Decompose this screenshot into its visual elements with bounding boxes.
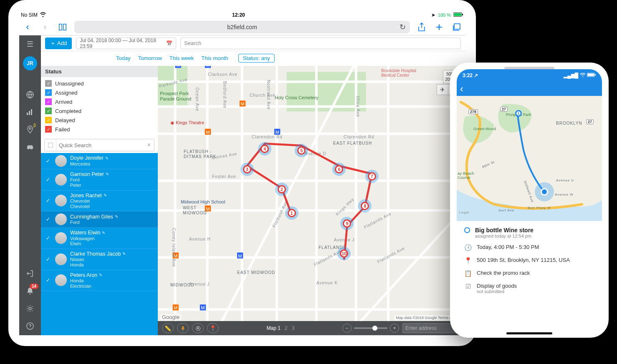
status-row[interactable]: ✓Assigned	[45, 88, 154, 97]
status-checkbox[interactable]: ✓	[45, 108, 52, 114]
edit-icon[interactable]: ✎	[102, 231, 105, 236]
waypoint[interactable]: 10	[337, 247, 351, 260]
phone-back-button[interactable]: ‹	[460, 83, 463, 95]
waypoint[interactable]: 3	[240, 163, 254, 176]
date-range[interactable]: Jul 04, 2018 00:00 — Jul 04, 2018 23:59 …	[76, 38, 176, 49]
ruler-icon[interactable]: 📏	[162, 323, 174, 333]
forward-button[interactable]: ›	[39, 21, 51, 33]
phone-status-bar: 3:22 ↗ ▂▄▆█	[457, 69, 602, 82]
quick-search-input[interactable]	[56, 139, 144, 151]
status-label: Failed	[55, 126, 70, 133]
waypoint[interactable]: 7	[365, 170, 379, 183]
edit-icon[interactable]: ✎	[104, 193, 107, 198]
waypoint[interactable]: 8	[358, 199, 372, 213]
employee-checkbox[interactable]: ✓	[44, 177, 52, 183]
phone-home-indicator[interactable]	[506, 332, 552, 334]
employee-list[interactable]: ✓ Doyle Jennifer ✎ Mercedes ✓ Garrison P…	[41, 153, 158, 335]
edit-icon[interactable]: ✎	[99, 273, 102, 278]
employee-checkbox[interactable]: ✓	[44, 216, 52, 222]
status-checkbox[interactable]: ✓	[45, 126, 52, 133]
status-row[interactable]: ✓Delayed	[45, 115, 154, 125]
share-button[interactable]	[416, 21, 427, 33]
employee-checkbox[interactable]: ✓	[44, 256, 52, 262]
employee-row[interactable]: ✓ Garrison Peter ✎ Ford Peter	[41, 169, 158, 191]
zoom-out[interactable]: −	[342, 324, 351, 333]
waypoint[interactable]: 6	[332, 163, 346, 176]
svg-rect-3	[454, 24, 460, 29]
svg-rect-2	[462, 14, 463, 15]
map-page-1[interactable]: Map 1	[267, 325, 281, 331]
new-tab-button[interactable]: +	[433, 21, 445, 33]
nav-arrow-toggle[interactable]: ✈	[437, 84, 448, 95]
user-avatar[interactable]: JR	[23, 56, 37, 70]
employee-row[interactable]: ✓ Clarke Thomas Jacob ✎ Nissan Honda	[41, 249, 158, 270]
vehicle-icon[interactable]	[25, 142, 35, 152]
map-page-3[interactable]: 3	[292, 325, 295, 331]
status-checkbox[interactable]: ✓	[45, 98, 52, 105]
employee-row[interactable]: ✓ Waters Elwin ✎ Volkswagen Elwin	[41, 228, 158, 249]
back-button[interactable]: ‹	[22, 21, 33, 33]
employee-row[interactable]: ✓ Jones Rachel ✎ Chevrolet Chevrolet	[41, 191, 158, 212]
waypoint[interactable]: 1	[285, 206, 298, 220]
employee-row[interactable]: ✓ Peters Aron ✎ Honda Electrician	[41, 270, 158, 291]
waypoint[interactable]: 9	[340, 217, 354, 230]
notifications-icon[interactable]: 14	[25, 286, 35, 296]
employee-checkbox[interactable]: ✓	[44, 277, 52, 283]
map-area[interactable]: M M M M M M M M M M	[158, 66, 465, 335]
employee-vehicle: Honda	[70, 278, 102, 284]
map-page-2[interactable]: 2	[285, 325, 288, 331]
logout-icon[interactable]	[25, 269, 35, 279]
filter-today[interactable]: Today	[116, 55, 131, 61]
clear-search-icon[interactable]: ×	[144, 141, 154, 149]
edit-icon[interactable]: ✎	[115, 214, 118, 219]
filter-status[interactable]: Status: any	[238, 54, 275, 63]
svg-point-8	[29, 128, 31, 129]
settings-icon[interactable]	[25, 304, 35, 314]
tabs-button[interactable]	[451, 21, 463, 33]
svg-rect-5	[27, 113, 28, 115]
calendar-icon: 📅	[166, 40, 172, 46]
filter-tomorrow[interactable]: Tomorrow	[138, 55, 162, 61]
status-row[interactable]: ✓Failed	[45, 125, 154, 134]
employee-checkbox[interactable]: ✓	[44, 158, 52, 164]
search-input[interactable]: Search	[180, 38, 461, 49]
help-icon[interactable]	[25, 321, 35, 331]
globe-icon[interactable]	[25, 90, 35, 100]
share-map-icon[interactable]: ⦿	[192, 323, 204, 333]
bookmarks-button[interactable]	[57, 21, 68, 33]
employee-checkbox[interactable]: ✓	[44, 235, 52, 241]
svg-rect-51	[587, 74, 594, 76]
add-button[interactable]: ＋Add	[45, 38, 72, 49]
waypoint[interactable]: 2	[275, 183, 288, 196]
edit-icon[interactable]: ✎	[122, 251, 126, 256]
employee-checkbox[interactable]: ✓	[44, 198, 52, 203]
task-note: Check the promo rack	[477, 270, 530, 276]
menu-icon[interactable]: ☰	[27, 40, 33, 49]
status-row[interactable]: ✓Completed	[45, 106, 154, 115]
clock-icon: 🕓	[464, 244, 472, 251]
streetview-icon[interactable]: 🧍	[177, 323, 189, 333]
phone-map[interactable]: 278 27 27 BROOKLYN Green-Wood Prospect P…	[457, 96, 602, 221]
edit-icon[interactable]: ✎	[106, 172, 109, 177]
status-row[interactable]: ✓Unassigned	[45, 79, 154, 88]
waypoint[interactable]: 5	[295, 144, 308, 157]
filter-this-week[interactable]: This week	[169, 55, 194, 61]
employee-row[interactable]: ✓ Cunningham Giles ✎ Ford	[41, 211, 158, 228]
reports-icon[interactable]	[25, 107, 35, 117]
waypoint[interactable]: 4	[258, 142, 271, 156]
zoom-slider[interactable]	[354, 327, 387, 329]
status-checkbox[interactable]: ✓	[45, 117, 52, 123]
filter-this-month[interactable]: This month	[201, 55, 228, 61]
edit-icon[interactable]: ✎	[105, 156, 109, 161]
status-checkbox[interactable]: ✓	[45, 89, 52, 96]
select-all-checkbox[interactable]: ☐	[45, 139, 56, 151]
locate-icon[interactable]: 📍	[207, 323, 219, 333]
employee-vehicle: Mercedes	[70, 161, 109, 167]
status-row[interactable]: ✓Arrived	[45, 97, 154, 106]
reload-icon[interactable]: ↻	[400, 23, 406, 32]
tracking-icon[interactable]	[25, 125, 35, 135]
zoom-in[interactable]: +	[390, 324, 399, 333]
employee-row[interactable]: ✓ Doyle Jennifer ✎ Mercedes	[41, 153, 158, 169]
status-checkbox[interactable]: ✓	[45, 80, 52, 87]
url-bar[interactable]: b2field.com ↻	[74, 21, 410, 33]
